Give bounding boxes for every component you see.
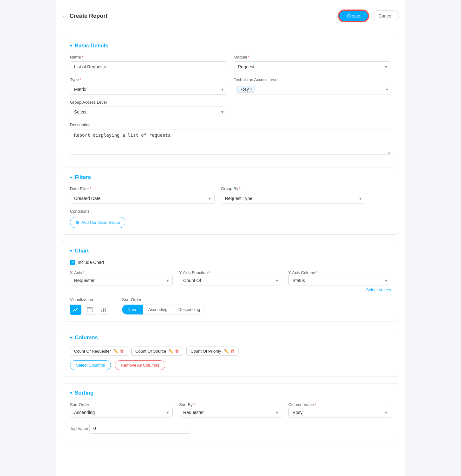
module-select-wrapper[interactable]: Request: [234, 61, 391, 72]
type-label: Type*: [70, 77, 227, 82]
date-groupby-row: Date Filter* Created Date Group By* Requ…: [70, 186, 391, 204]
sort-by-select[interactable]: Requester: [179, 407, 282, 418]
edit-column-1-icon[interactable]: ✏️: [169, 349, 174, 354]
tech-access-group: Technician Access Level Rosy × ▾: [234, 77, 391, 95]
type-select-wrapper[interactable]: Matrix: [70, 84, 227, 95]
module-select[interactable]: Request: [234, 61, 391, 72]
delete-column-1-icon[interactable]: 🗑: [175, 349, 179, 354]
x-axis-select[interactable]: Requester: [70, 275, 173, 286]
group-by-select-wrapper[interactable]: Request Type: [221, 193, 366, 204]
x-axis-group: X-Axis* Requester: [70, 270, 173, 292]
group-access-select[interactable]: Select: [70, 107, 227, 117]
viz-sort-row: Visualization Sort Order None: [70, 297, 391, 315]
x-axis-label: X-Axis*: [70, 270, 84, 275]
back-arrow-icon: ←: [62, 13, 68, 19]
column-value-col: Column Value* Rosy: [288, 402, 391, 418]
group-access-label: Group Access Level: [70, 100, 227, 105]
column-action-buttons: Select Columns Remove All Columns: [70, 360, 391, 370]
select-columns-button[interactable]: Select Columns: [70, 360, 111, 370]
module-label: Module*: [234, 55, 391, 59]
name-input[interactable]: [70, 61, 227, 72]
add-condition-button[interactable]: ⊕ Add Condition Group: [70, 217, 125, 228]
column-value-label: Column Value*: [288, 402, 316, 407]
tech-access-input[interactable]: Rosy × ▾: [234, 84, 391, 94]
sort-order-select[interactable]: Ascending: [70, 407, 173, 418]
date-filter-select-wrapper[interactable]: Created Date: [70, 193, 215, 204]
filters-header: ▾ Filters: [70, 174, 391, 181]
y-axis-column-group: Y-Axis Column* Status Select Values: [288, 270, 391, 292]
module-group: Module* Request: [234, 55, 391, 72]
description-label: Description: [70, 122, 391, 127]
viz-table-button[interactable]: [84, 305, 95, 315]
edit-column-2-icon[interactable]: ✏️: [224, 349, 229, 354]
date-filter-select[interactable]: Created Date: [70, 193, 215, 204]
edit-column-0-icon[interactable]: ✏️: [114, 349, 119, 354]
delete-column-0-icon[interactable]: 🗑: [120, 349, 124, 354]
filters-title: Filters: [75, 174, 91, 181]
sort-none-button[interactable]: None: [122, 305, 143, 314]
column-tag-1: Count Of Source ✏️ 🗑: [131, 347, 183, 356]
col-tag-actions-0: ✏️ 🗑: [114, 349, 124, 354]
select-values-link[interactable]: Select Values: [366, 287, 391, 292]
sort-by-col: Sort By* Requester: [179, 402, 282, 418]
columns-header: ▾ Columns: [70, 335, 391, 341]
sort-ascending-button[interactable]: Ascending: [143, 305, 173, 314]
col-tag-actions-2: ✏️ 🗑: [224, 349, 234, 354]
basic-details-section: ▾ Basic Details Name* Module* Request: [62, 36, 399, 161]
sort-order-field-label: Sort Order: [70, 402, 89, 407]
include-chart-row: Include Chart: [70, 260, 391, 265]
description-textarea[interactable]: Report displaying a list of requests.: [70, 129, 391, 155]
filters-chevron-icon: ▾: [70, 175, 72, 180]
delete-column-2-icon[interactable]: 🗑: [230, 349, 234, 354]
create-button[interactable]: Create: [339, 10, 368, 22]
sort-order-select-wrapper[interactable]: Ascending: [70, 407, 173, 418]
top-value-input[interactable]: [89, 423, 191, 434]
page-header: ← Create Report Create Cancel: [62, 6, 399, 28]
column-value-select-wrapper[interactable]: Rosy: [288, 407, 391, 418]
y-axis-function-select-wrapper[interactable]: Count Of: [179, 275, 282, 286]
sort-order-label: Sort Order: [122, 297, 391, 302]
basic-details-header: ▾ Basic Details: [70, 43, 391, 49]
viz-icons: [70, 305, 109, 315]
visualization-group: Visualization: [70, 297, 109, 315]
sorting-title: Sorting: [75, 390, 94, 396]
column-value-select[interactable]: Rosy: [288, 407, 391, 418]
x-axis-select-wrapper[interactable]: Requester: [70, 275, 173, 286]
sorting-main-row: Sort Order Ascending Sort By* Requester: [70, 402, 391, 418]
tech-access-tag: Rosy ×: [237, 86, 255, 93]
sorting-header: ▾ Sorting: [70, 390, 391, 396]
group-by-select[interactable]: Request Type: [221, 193, 366, 204]
tech-access-label: Technician Access Level: [234, 77, 391, 82]
column-tag-0: Count Of Requester ✏️ 🗑: [70, 347, 128, 356]
name-group: Name*: [70, 55, 227, 72]
group-by-label: Group By*: [221, 186, 366, 191]
y-axis-column-select-wrapper[interactable]: Status: [288, 275, 391, 286]
y-axis-column-select[interactable]: Status: [288, 275, 391, 286]
date-filter-label: Date Filter*: [70, 186, 215, 191]
description-group: Description Report displaying a list of …: [70, 122, 391, 155]
include-chart-checkbox[interactable]: [70, 260, 75, 265]
y-axis-function-label: Y-Axis Function*: [179, 270, 210, 275]
type-select[interactable]: Matrix: [70, 84, 227, 95]
y-axis-function-select[interactable]: Count Of: [179, 275, 282, 286]
basic-details-title: Basic Details: [75, 43, 108, 49]
cancel-button[interactable]: Cancel: [372, 10, 399, 21]
viz-line-chart-button[interactable]: [70, 305, 81, 315]
chart-header: ▾ Chart: [70, 248, 391, 254]
name-module-row: Name* Module* Request: [70, 55, 391, 72]
sort-by-select-wrapper[interactable]: Requester: [179, 407, 282, 418]
group-access-select-wrapper[interactable]: Select: [70, 107, 227, 117]
y-axis-column-label: Y-Axis Column*: [288, 270, 318, 275]
sort-order-buttons: None Ascending Descending: [122, 305, 391, 314]
chart-title: Chart: [75, 248, 89, 254]
sort-order-col: Sort Order Ascending: [70, 402, 173, 418]
chart-axis-row: X-Axis* Requester Y-Axis Function* Count…: [70, 270, 391, 292]
type-group: Type* Matrix: [70, 77, 227, 95]
remove-all-columns-button[interactable]: Remove All Columns: [115, 360, 165, 370]
conditions-area: Conditions ⊕ Add Condition Group: [70, 209, 391, 228]
tag-remove-icon[interactable]: ×: [250, 87, 252, 92]
viz-bar-chart-button[interactable]: [98, 305, 109, 315]
back-link[interactable]: ← Create Report: [62, 13, 107, 19]
sort-descending-button[interactable]: Descending: [173, 305, 206, 314]
sort-by-label: Sort By*: [179, 402, 195, 407]
